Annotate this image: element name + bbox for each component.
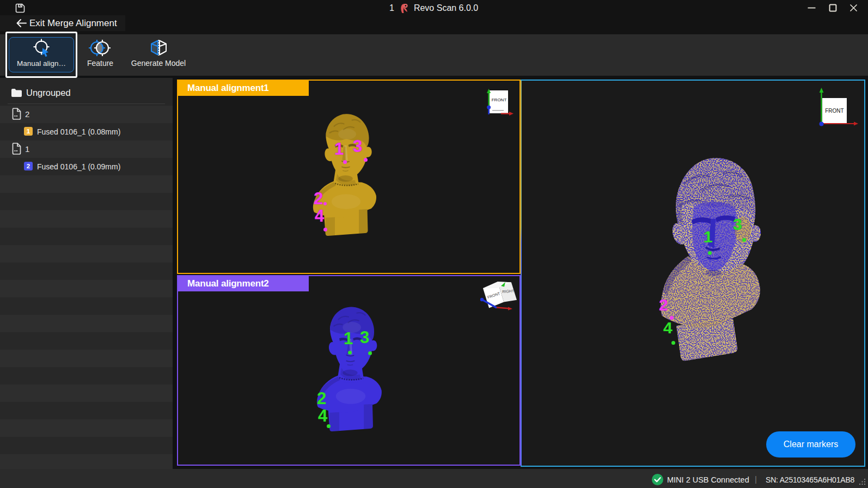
svg-text:FRONT: FRONT: [825, 108, 843, 114]
svg-text:FRONT: FRONT: [492, 97, 507, 102]
